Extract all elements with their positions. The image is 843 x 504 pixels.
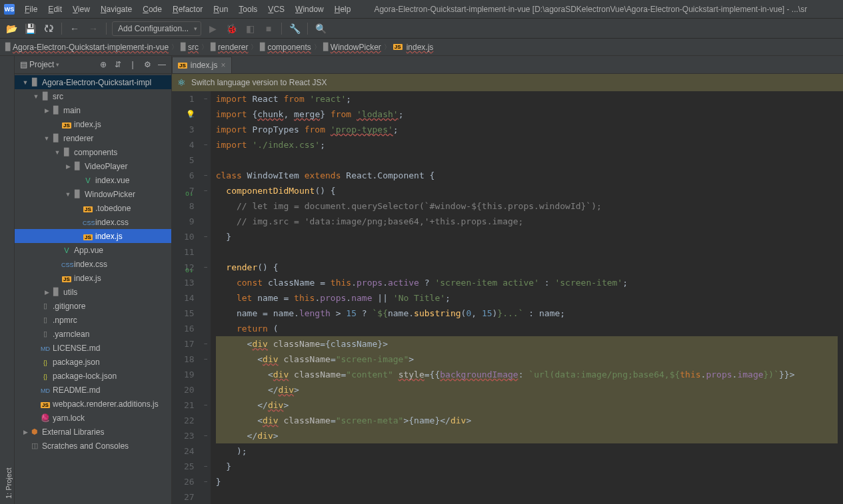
hide-button[interactable]: — <box>155 58 169 71</box>
line-number[interactable]: 9 <box>184 214 195 229</box>
fold-gutter[interactable]: −−−−−−−−−−−− <box>201 91 211 504</box>
fold-marker[interactable]: − <box>201 91 211 107</box>
menu-window[interactable]: Window <box>291 3 329 16</box>
breadcrumb-item[interactable]: ▉WindowPicker <box>323 43 381 52</box>
code-line[interactable]: } <box>216 459 838 474</box>
code-line[interactable] <box>216 152 838 168</box>
line-number[interactable]: 8 <box>184 198 195 214</box>
code-line[interactable]: <div className="screen-image"> <box>216 352 838 367</box>
tree-item[interactable]: ▯.npmrc <box>15 313 171 327</box>
stop-button[interactable]: ■ <box>261 21 276 36</box>
tab-index-js[interactable]: JS index.js × <box>172 57 232 73</box>
code-line[interactable]: render() { <box>216 260 838 275</box>
tree-item[interactable]: {}package-lock.json <box>15 369 171 383</box>
sidebar-view-selector[interactable]: ▤ Project ▾ <box>17 59 62 71</box>
debug-button[interactable]: 🐞 <box>224 21 239 36</box>
line-number[interactable]: 6 <box>184 168 195 183</box>
tree-item[interactable]: VApp.vue <box>15 243 171 257</box>
line-number[interactable]: 20 <box>184 382 195 397</box>
breadcrumb-item[interactable]: ▉Agora-Electron-Quickstart-implement-in-… <box>5 43 169 52</box>
code-line[interactable]: import React from 'react'; <box>216 91 838 107</box>
tree-item[interactable]: ▼▉WindowPicker <box>15 187 171 201</box>
code-line[interactable]: componentDidMount() { <box>216 183 838 198</box>
fold-marker[interactable]: − <box>201 474 211 489</box>
close-icon[interactable]: × <box>221 61 225 70</box>
run-config-selector[interactable]: Add Configuration... <box>112 21 201 36</box>
locate-button[interactable]: ⊕ <box>97 58 110 71</box>
tree-item[interactable]: CSSindex.css <box>15 257 171 271</box>
code-line[interactable]: const className = this.props.active ? 's… <box>216 275 838 290</box>
fold-marker[interactable]: − <box>201 336 211 352</box>
fold-marker[interactable] <box>201 198 211 214</box>
line-number[interactable]: 27 <box>184 489 195 504</box>
code-line[interactable] <box>216 489 838 504</box>
tree-item[interactable]: JS.tobedone <box>15 201 171 215</box>
code-content[interactable]: import React from 'react';import {chunk,… <box>211 91 843 504</box>
tree-item[interactable]: ▶▉utils <box>15 285 171 299</box>
code-line[interactable]: import PropTypes from 'prop-types'; <box>216 122 838 137</box>
line-number[interactable]: 22 <box>184 413 195 428</box>
code-line[interactable]: ); <box>216 443 838 459</box>
code-line[interactable]: } <box>216 229 838 244</box>
code-line[interactable]: // let img = document.querySelector(`#wi… <box>216 198 838 214</box>
fold-marker[interactable] <box>201 152 211 168</box>
fold-marker[interactable]: − <box>201 260 211 275</box>
tree-item[interactable]: JSwebpack.renderer.additions.js <box>15 397 171 411</box>
breadcrumb-item[interactable]: ▉components <box>260 43 311 52</box>
line-number[interactable]: 14 <box>184 290 195 306</box>
menu-view[interactable]: View <box>68 3 95 16</box>
tree-item[interactable]: {}package.json <box>15 355 171 369</box>
fold-marker[interactable] <box>201 244 211 260</box>
fold-marker[interactable]: − <box>201 137 211 152</box>
menu-run[interactable]: Run <box>209 3 233 16</box>
expand-all-button[interactable]: ⇵ <box>111 58 125 71</box>
tree-item[interactable]: 🧶yarn.lock <box>15 411 171 425</box>
tree-item[interactable]: CSSindex.css <box>15 215 171 229</box>
back-button[interactable]: ← <box>67 21 82 36</box>
line-number[interactable]: 11 <box>184 244 195 260</box>
breadcrumb-item[interactable]: ▉renderer <box>211 43 248 52</box>
line-number[interactable]: 24 <box>184 443 195 459</box>
fold-marker[interactable] <box>201 321 211 336</box>
fold-marker[interactable]: − <box>201 397 211 413</box>
line-number[interactable]: 10 <box>184 229 195 244</box>
code-line[interactable]: <div className="screen-meta">{name}</div… <box>216 413 838 428</box>
menu-code[interactable]: Code <box>138 3 167 16</box>
code-line[interactable]: import {chunk, merge} from 'lodash'; <box>216 107 838 122</box>
tree-item[interactable]: ▼▉renderer <box>15 131 171 145</box>
code-line[interactable]: <div className={className}> <box>216 336 838 352</box>
tree-item[interactable]: ▶▉main <box>15 103 171 117</box>
coverage-button[interactable]: ◧ <box>243 21 257 36</box>
fold-marker[interactable] <box>201 122 211 137</box>
code-line[interactable]: // img.src = 'data:image/png;base64,'+th… <box>216 214 838 229</box>
run-button[interactable]: ▶ <box>205 21 220 36</box>
menu-file[interactable]: File <box>20 3 42 16</box>
fold-marker[interactable] <box>201 489 211 504</box>
line-number[interactable]: 5 <box>184 152 195 168</box>
line-number[interactable]: 16 <box>184 321 195 336</box>
line-number[interactable]: o↓12 <box>184 260 195 275</box>
search-everywhere-button[interactable]: 🔍 <box>313 21 328 36</box>
menu-vcs[interactable]: VCS <box>263 3 289 16</box>
tree-item[interactable]: ▯.gitignore <box>15 299 171 313</box>
line-number[interactable]: 13 <box>184 275 195 290</box>
fold-marker[interactable] <box>201 413 211 428</box>
line-number[interactable]: 19 <box>184 367 195 382</box>
code-line[interactable] <box>216 244 838 260</box>
fold-marker[interactable] <box>201 107 211 122</box>
tree-item[interactable]: ▶▉VideoPlayer <box>15 159 171 173</box>
line-number[interactable]: o↓7 <box>184 183 195 198</box>
tree-item[interactable]: ▶⬢External Libraries <box>15 425 171 439</box>
fold-marker[interactable]: − <box>201 428 211 443</box>
fold-marker[interactable]: − <box>201 459 211 474</box>
open-file-button[interactable]: 📂 <box>4 21 19 36</box>
tree-item[interactable]: ▼▉src <box>15 89 171 103</box>
fold-marker[interactable] <box>201 367 211 382</box>
fold-marker[interactable] <box>201 382 211 397</box>
menu-navigate[interactable]: Navigate <box>96 3 137 16</box>
code-editor[interactable]: 1💡23456o↓7891011o↓1213141516171819202122… <box>172 91 843 504</box>
sync-button[interactable]: 🗘 <box>41 21 56 36</box>
code-line[interactable]: </div> <box>216 397 838 413</box>
line-number[interactable]: 4 <box>184 137 195 152</box>
tree-item[interactable]: JSindex.js <box>15 271 171 285</box>
